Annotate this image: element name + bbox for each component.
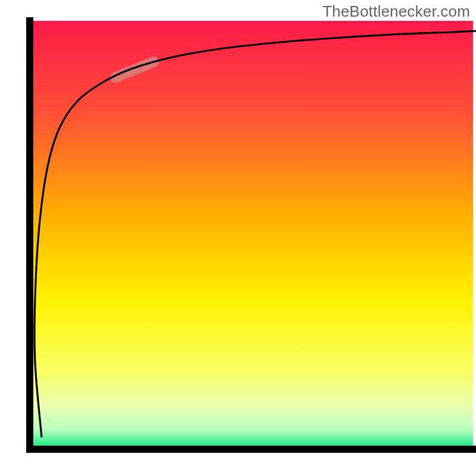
chart-stage: TheBottlenecker.com	[0, 0, 476, 476]
plot-background	[30, 21, 473, 449]
watermark-text: TheBottlenecker.com	[322, 2, 470, 21]
chart-svg	[0, 0, 476, 476]
